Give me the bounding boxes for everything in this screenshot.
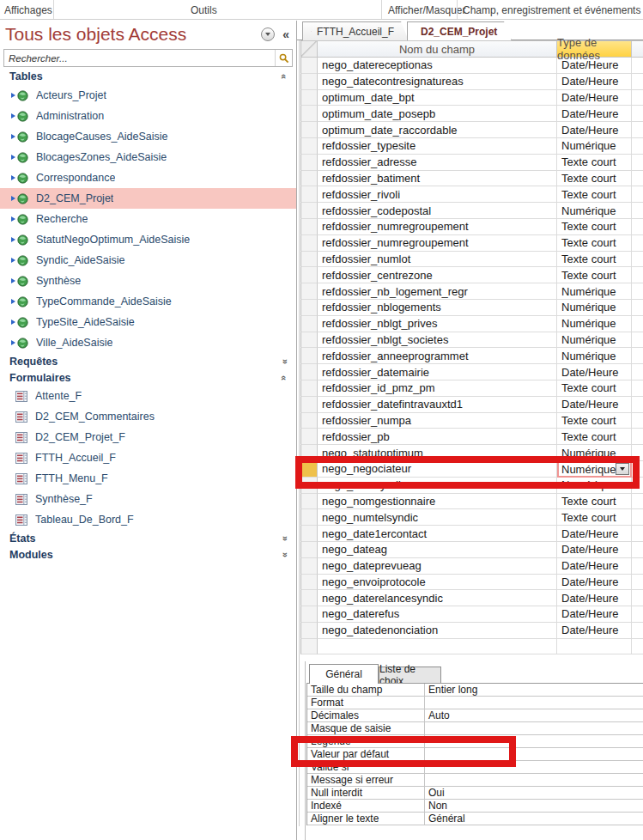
- search-input[interactable]: Rechercher...: [4, 53, 275, 64]
- nav-group-etats[interactable]: États «: [0, 530, 296, 546]
- description-cell[interactable]: [632, 623, 643, 639]
- nav-group-requetes[interactable]: Requêtes «: [0, 353, 296, 369]
- expand-group-icon[interactable]: «: [279, 358, 289, 363]
- field-row[interactable]: nego_envoiprotocole Date/Heure: [300, 575, 643, 591]
- sidebar-item-table[interactable]: StatutNegoOptimum_AideSaisie: [0, 229, 296, 250]
- field-row[interactable]: refdossier_numpa Texte court: [300, 413, 643, 429]
- sidebar-item-table[interactable]: BlocageCauses_AideSaisie: [0, 126, 296, 147]
- description-cell[interactable]: [632, 558, 643, 575]
- row-selector[interactable]: [300, 203, 318, 219]
- field-name-cell[interactable]: nego_date1ercontact: [318, 526, 557, 542]
- field-row[interactable]: refdossier_numregroupement Texte court: [300, 235, 643, 252]
- property-value[interactable]: [425, 722, 643, 735]
- property-value[interactable]: [425, 748, 643, 761]
- tab-d2-cem-projet[interactable]: D2_CEM_Projet: [407, 21, 512, 40]
- row-selector[interactable]: [300, 542, 318, 558]
- field-row[interactable]: nego_date1ercontact Date/Heure: [300, 526, 643, 542]
- field-row[interactable]: nego_negociateur Numérique: [300, 461, 643, 478]
- property-row[interactable]: Valide si: [307, 761, 643, 774]
- row-selector[interactable]: [300, 90, 318, 107]
- field-name-cell[interactable]: refdossier_pb: [318, 429, 557, 445]
- description-cell[interactable]: [632, 138, 643, 155]
- row-selector[interactable]: [300, 122, 318, 138]
- field-row[interactable]: refdossier_numregroupement Texte court: [300, 219, 643, 235]
- field-name-cell[interactable]: refdossier_id_pmz_pm: [318, 380, 557, 397]
- sidebar-item-form[interactable]: FTTH_Menu_F: [0, 468, 296, 489]
- sidebar-item-form[interactable]: D2_CEM_Projet_F: [0, 427, 296, 447]
- field-name-cell[interactable]: refdossier_rivoli: [318, 186, 557, 203]
- data-type-cell[interactable]: Texte court: [557, 252, 632, 268]
- field-name-cell[interactable]: nego_negociateur: [318, 461, 557, 478]
- sidebar-item-table[interactable]: Syndic_AideSaisie: [0, 250, 296, 271]
- row-selector[interactable]: [300, 461, 318, 478]
- field-row[interactable]: refdossier_nblogements Numérique: [300, 300, 643, 316]
- field-row[interactable]: nego_datecontresignatureas Date/Heure: [300, 74, 643, 90]
- property-row[interactable]: Légende: [307, 735, 643, 748]
- sidebar-item-form[interactable]: FTTH_Accueil_F: [0, 447, 296, 468]
- field-name-cell[interactable]: [318, 639, 557, 655]
- field-row[interactable]: optimum_date_bpt Date/Heure: [300, 90, 643, 107]
- field-name-cell[interactable]: nego_nomgestionnaire: [318, 494, 557, 510]
- nav-pane-menu-button[interactable]: [261, 27, 275, 41]
- field-row[interactable]: refdossier_datemairie Date/Heure: [300, 364, 643, 380]
- data-type-cell[interactable]: Numérique: [557, 461, 632, 478]
- field-row[interactable]: refdossier_nb_logement_regr Numérique: [300, 283, 643, 300]
- data-type-cell[interactable]: Texte court: [557, 380, 632, 397]
- field-name-cell[interactable]: refdossier_numpa: [318, 413, 557, 429]
- description-cell[interactable]: [632, 171, 643, 187]
- field-name-cell[interactable]: optimum_date_raccordable: [318, 122, 557, 138]
- sidebar-item-form[interactable]: Tableau_De_Bord_F: [0, 509, 296, 530]
- field-row[interactable]: refdossier_batiment Texte court: [300, 171, 643, 187]
- description-cell[interactable]: [632, 542, 643, 558]
- description-cell[interactable]: [632, 380, 643, 397]
- data-type-cell[interactable]: Texte court: [557, 267, 632, 283]
- description-cell[interactable]: [632, 203, 643, 219]
- description-cell[interactable]: [632, 413, 643, 429]
- property-row[interactable]: Décimales Auto: [307, 709, 643, 722]
- row-selector[interactable]: [300, 74, 318, 90]
- field-row[interactable]: refdossier_adresse Texte court: [300, 155, 643, 171]
- description-cell[interactable]: [632, 606, 643, 623]
- description-cell[interactable]: [632, 526, 643, 542]
- expand-group-icon[interactable]: «: [279, 551, 289, 557]
- row-selector[interactable]: [300, 364, 318, 380]
- data-type-cell[interactable]: Date/Heure: [557, 364, 632, 380]
- sidebar-item-table[interactable]: TypeCommande_AideSaisie: [0, 291, 296, 312]
- field-row[interactable]: nego_daterelancesyndic Date/Heure: [300, 590, 643, 606]
- field-name-cell[interactable]: nego_dateprevueag: [318, 558, 557, 575]
- property-value[interactable]: [425, 735, 643, 748]
- sidebar-item-form[interactable]: D2_CEM_Commentaires: [0, 406, 296, 427]
- empty-field-row[interactable]: [300, 639, 643, 655]
- field-name-cell[interactable]: nego_datecontresignatureas: [318, 74, 557, 90]
- description-cell[interactable]: [632, 252, 643, 268]
- property-row[interactable]: Indexé Non: [307, 800, 643, 813]
- field-name-cell[interactable]: refdossier_typesite: [318, 138, 557, 155]
- property-value[interactable]: Auto: [425, 709, 643, 722]
- data-type-cell[interactable]: Date/Heure: [557, 526, 632, 542]
- data-type-cell[interactable]: Numérique: [557, 445, 632, 461]
- data-type-cell[interactable]: Numérique: [557, 332, 632, 349]
- field-name-cell[interactable]: nego_numtelsyndic: [318, 509, 557, 526]
- field-name-cell[interactable]: nego_statutoptimum: [318, 445, 557, 461]
- property-row[interactable]: Format: [307, 697, 643, 709]
- description-cell[interactable]: [632, 267, 643, 283]
- field-name-cell[interactable]: nego_daterefus: [318, 606, 557, 623]
- field-name-cell[interactable]: refdossier_numregroupement: [318, 219, 557, 235]
- sidebar-item-table[interactable]: Ville_AideSaisie: [0, 332, 296, 353]
- field-row[interactable]: nego_daterefus Date/Heure: [300, 606, 643, 623]
- field-row[interactable]: nego_nomgestionnaire Texte court: [300, 494, 643, 510]
- row-selector[interactable]: [300, 58, 318, 74]
- row-selector[interactable]: [300, 155, 318, 171]
- field-name-cell[interactable]: nego_envoiprotocole: [318, 575, 557, 591]
- row-selector[interactable]: [300, 283, 318, 300]
- field-name-cell[interactable]: refdossier_centrezone: [318, 267, 557, 283]
- search-button[interactable]: [275, 50, 292, 66]
- data-type-cell[interactable]: Numérique: [557, 348, 632, 364]
- row-selector[interactable]: [300, 413, 318, 429]
- field-name-cell[interactable]: nego_nomsyndic: [318, 478, 557, 494]
- sidebar-item-table[interactable]: Synthèse: [0, 271, 296, 291]
- property-row[interactable]: Message si erreur: [307, 774, 643, 787]
- row-selector[interactable]: [300, 300, 318, 316]
- row-selector[interactable]: [300, 316, 318, 332]
- field-row[interactable]: optimum_date_posepb Date/Heure: [300, 106, 643, 122]
